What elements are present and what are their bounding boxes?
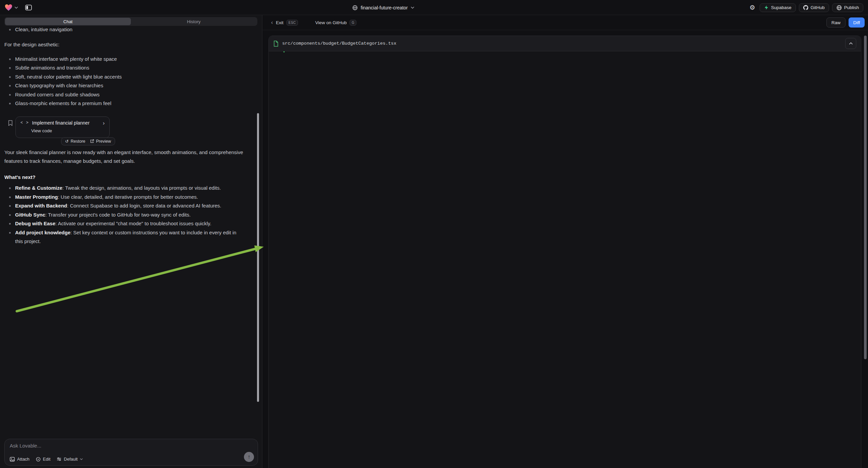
github-octocat-icon xyxy=(803,5,808,10)
composer[interactable]: Ask Lovable... Attach Edit Default ↑ xyxy=(4,439,258,466)
exit-chevron-icon: ‹ xyxy=(271,20,273,26)
publish-button[interactable]: Publish xyxy=(832,3,863,12)
list-item: Master Prompting: Use clear, detailed, a… xyxy=(4,193,254,202)
chat-scrollbar[interactable] xyxy=(257,113,259,402)
send-button[interactable]: ↑ xyxy=(244,452,254,462)
github-button[interactable]: GitHub xyxy=(799,3,829,12)
github-label: GitHub xyxy=(811,5,825,10)
bullet-list: Refine & Customize: Tweak the design, an… xyxy=(4,184,254,246)
mode-selector[interactable]: Default xyxy=(57,457,83,462)
chat-input[interactable]: Ask Lovable... xyxy=(10,443,41,448)
lovable-logo-icon[interactable] xyxy=(5,4,12,11)
code-panel: ‹ Exit esc View on GitHub G Raw Diff src… xyxy=(263,15,868,468)
list-item: GitHub Sync: Transfer your project's cod… xyxy=(4,210,254,220)
code-editor[interactable] xyxy=(269,51,861,52)
chevron-right-icon[interactable]: › xyxy=(103,120,105,126)
settings-gear-icon[interactable]: ⚙ xyxy=(750,4,755,11)
list-item: Glass-morphic elements for a premium fee… xyxy=(4,99,254,108)
edit-mode-button[interactable]: Edit xyxy=(36,457,50,462)
chat-paragraph: For the design aesthetic: xyxy=(4,40,254,49)
project-title: financial-future-creator xyxy=(361,5,408,10)
list-item: Refine & Customize: Tweak the design, an… xyxy=(4,184,254,193)
project-globe-icon xyxy=(352,5,358,10)
chat-message-list: Clean, intuitive navigationFor the desig… xyxy=(4,25,254,246)
restore-icon: ↺ xyxy=(65,139,68,144)
chat-panel: Chat History Clean, intuitive navigation… xyxy=(0,15,262,468)
file-path: src/components/budget/BudgetCategories.t… xyxy=(282,41,841,46)
view-on-github-button[interactable]: View on GitHub xyxy=(315,20,347,25)
exit-kbd-badge: esc xyxy=(286,20,298,26)
tab-chat[interactable]: Chat xyxy=(5,18,131,25)
code-scrollbar[interactable] xyxy=(864,36,867,359)
collapse-file-button[interactable] xyxy=(845,38,856,49)
version-card[interactable]: < >Implement financial planner›View code… xyxy=(16,117,110,138)
list-item: Rounded corners and subtle shadows xyxy=(4,90,254,99)
bullet-list: Clean, intuitive navigation xyxy=(4,25,254,34)
logo-menu-chevron-icon[interactable] xyxy=(14,6,18,9)
mode-chevron-icon xyxy=(80,458,83,460)
file-card: src/components/budget/BudgetCategories.t… xyxy=(269,36,861,468)
lovable-app: financial-future-creator ⚙ Supabase GitH… xyxy=(0,0,868,468)
attach-image-icon xyxy=(10,457,15,462)
bullet-list: Minimalist interface with plenty of whit… xyxy=(4,55,254,108)
list-item: Clean typography with clear hierarchies xyxy=(4,81,254,90)
chat-history-tabs: Chat History xyxy=(4,17,257,26)
chat-paragraph: Your sleek financial planner is now read… xyxy=(4,148,254,166)
list-item: Subtle animations and transitions xyxy=(4,63,254,72)
edit-label: Edit xyxy=(43,457,50,462)
diff-added-bar xyxy=(283,51,284,52)
attach-button[interactable]: Attach xyxy=(10,457,30,462)
bookmark-icon[interactable] xyxy=(8,120,13,126)
list-item: Clean, intuitive navigation xyxy=(4,25,254,34)
sliders-icon xyxy=(57,457,61,461)
code-icon: < > xyxy=(21,120,29,125)
restore-preview-pill: ↺RestorePreview xyxy=(61,137,115,145)
version-card-row: < >Implement financial planner› xyxy=(21,120,105,126)
list-item: Soft, neutral color palette with light b… xyxy=(4,72,254,82)
project-switcher[interactable]: financial-future-creator xyxy=(352,0,414,15)
tab-history[interactable]: History xyxy=(131,18,257,25)
preview-button[interactable]: Preview xyxy=(90,139,111,144)
topbar: financial-future-creator ⚙ Supabase GitH… xyxy=(0,0,868,15)
supabase-label: Supabase xyxy=(771,5,792,10)
raw-toggle-button[interactable]: Raw xyxy=(827,18,845,28)
supabase-bolt-icon xyxy=(764,5,769,10)
restore-button[interactable]: ↺Restore xyxy=(65,139,85,144)
list-item: Add project knowledge: Set key context o… xyxy=(4,228,254,246)
mode-label: Default xyxy=(64,457,78,462)
github-kbd-badge: G xyxy=(350,20,356,26)
list-item: Minimalist interface with plenty of whit… xyxy=(4,55,254,64)
project-chevron-down-icon xyxy=(411,6,414,9)
view-code-link[interactable]: View code xyxy=(31,128,105,133)
code-header: ‹ Exit esc View on GitHub G Raw Diff xyxy=(263,15,868,30)
exit-button[interactable]: Exit xyxy=(276,20,283,25)
attach-label: Attach xyxy=(17,457,30,462)
edit-target-icon xyxy=(36,457,40,462)
list-item: Debug with Ease: Activate our experiment… xyxy=(4,219,254,228)
publish-globe-icon xyxy=(836,5,842,10)
supabase-button[interactable]: Supabase xyxy=(760,3,796,12)
publish-label: Publish xyxy=(844,5,859,10)
file-header[interactable]: src/components/budget/BudgetCategories.t… xyxy=(269,36,861,51)
file-added-icon xyxy=(274,40,278,47)
version-card-title: Implement financial planner xyxy=(32,120,100,125)
diff-toggle-button[interactable]: Diff xyxy=(848,18,865,28)
sidebar-toggle-button[interactable] xyxy=(24,3,34,13)
chat-heading: What's next? xyxy=(4,173,254,182)
list-item: Expand with Backend: Connect Supabase to… xyxy=(4,201,254,210)
preview-external-icon xyxy=(90,139,94,143)
